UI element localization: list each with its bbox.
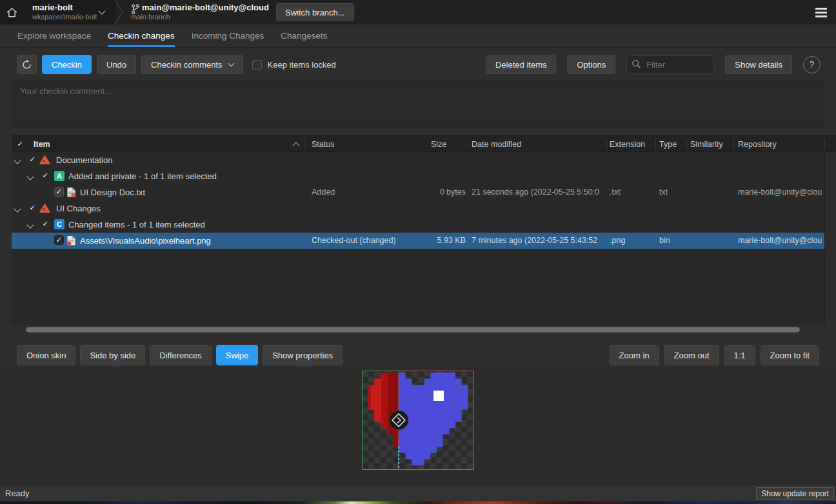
column-divider[interactable]	[655, 139, 656, 150]
tab-checkin-changes[interactable]: Checkin changes	[108, 24, 175, 47]
show-details-button[interactable]: Show details	[725, 55, 792, 74]
switch-branch-button[interactable]: Switch branch...	[276, 3, 354, 21]
horizontal-scrollbar-thumb[interactable]	[26, 327, 800, 333]
chevron-down-icon[interactable]	[14, 157, 21, 164]
keep-items-locked-checkbox[interactable]	[252, 60, 262, 70]
document-icon	[66, 187, 76, 198]
tab-changesets[interactable]: Changesets	[281, 24, 327, 47]
table-row[interactable]: A Added and private - 1 of 1 item select…	[12, 168, 824, 184]
column-divider[interactable]	[606, 139, 607, 150]
column-header-similarity[interactable]: Similarity	[690, 136, 723, 153]
zoom-out-button[interactable]: Zoom out	[664, 345, 719, 365]
table-row[interactable]: Documentation	[12, 152, 824, 168]
view-tabs: Explore workspace Checkin changes Incomi…	[0, 24, 836, 48]
hamburger-menu-icon[interactable]	[815, 8, 827, 10]
repository-cell: marie-bolt@unity@clou	[738, 184, 824, 200]
column-divider[interactable]	[733, 139, 734, 150]
row-checkbox[interactable]	[28, 155, 37, 164]
table-left-gutter	[0, 135, 12, 325]
document-icon	[66, 235, 76, 246]
chevron-down-icon[interactable]	[14, 205, 21, 212]
undo-button[interactable]: Undo	[97, 55, 136, 74]
size-cell: 5.93 KB	[399, 233, 466, 249]
help-button[interactable]: ?	[803, 56, 821, 73]
sort-ascending-icon[interactable]	[292, 142, 299, 149]
changed-category-icon: C	[54, 219, 65, 229]
item-name: UI Changes	[56, 200, 101, 217]
row-checkbox[interactable]	[28, 203, 37, 213]
row-checkbox[interactable]	[54, 187, 64, 197]
image-diff-preview-pane	[0, 367, 836, 484]
vertical-scroll-gutter[interactable]	[824, 152, 836, 325]
select-all-checkbox[interactable]	[15, 139, 25, 149]
options-button[interactable]: Options	[567, 55, 615, 74]
table-row[interactable]: UI Changes	[12, 200, 824, 217]
home-button[interactable]	[0, 0, 23, 24]
column-header-type[interactable]: Type	[659, 136, 677, 153]
keep-items-locked-option[interactable]: Keep items locked	[252, 60, 336, 70]
zoom-toolbar: Zoom in Zoom out 1:1 Zoom to fit	[610, 345, 819, 365]
row-checkbox[interactable]	[41, 171, 50, 180]
checkin-comment-input[interactable]	[12, 80, 824, 128]
column-divider[interactable]	[468, 139, 468, 150]
checkin-comments-dropdown[interactable]: Checkin comments	[141, 55, 243, 74]
column-divider[interactable]	[686, 139, 687, 150]
repository-cell: marie-bolt@unity@clou	[738, 233, 824, 249]
table-row-selected[interactable]: Assets\VisualsAudio\pixelheart.png Check…	[12, 233, 824, 249]
zoom-to-fit-button[interactable]: Zoom to fit	[761, 345, 819, 365]
side-by-side-button[interactable]: Side by side	[80, 345, 145, 365]
deleted-items-button[interactable]: Deleted items	[486, 55, 556, 74]
item-name: Documentation	[56, 152, 112, 168]
table-row[interactable]: C Changed items - 1 of 1 item selected	[12, 217, 824, 233]
heart-highlight-pixel	[433, 391, 444, 401]
keep-items-locked-label: Keep items locked	[268, 60, 336, 70]
search-icon	[632, 59, 641, 69]
extension-cell: .png	[610, 233, 625, 249]
column-header-repository[interactable]: Repository	[738, 136, 777, 153]
zoom-one-to-one-button[interactable]: 1:1	[724, 345, 755, 365]
top-bar: marie-bolt wkspaces\marie-bolt main@mari…	[0, 0, 836, 24]
show-properties-button[interactable]: Show properties	[263, 345, 343, 365]
tab-incoming-changes[interactable]: Incoming Changes	[192, 24, 264, 47]
table-row[interactable]: UI Design Doc.txt Added 0 bytes 21 secon…	[12, 184, 824, 200]
column-divider[interactable]	[824, 139, 825, 150]
column-header-extension[interactable]: Extension	[610, 136, 645, 153]
status-message: Ready	[5, 485, 30, 502]
chevron-down-icon	[98, 7, 105, 14]
workspace-name: marie-bolt	[32, 3, 73, 12]
refresh-icon	[21, 59, 32, 70]
row-checkbox[interactable]	[54, 235, 64, 245]
column-header-item[interactable]: Item	[34, 136, 50, 153]
workspace-selector[interactable]: marie-bolt wkspaces\marie-bolt	[23, 0, 115, 24]
added-category-icon: A	[54, 171, 65, 181]
item-name: UI Design Doc.txt	[80, 184, 145, 200]
chevron-down-icon[interactable]	[26, 221, 34, 228]
status-cell: Added	[312, 184, 335, 200]
item-name: Added and private - 1 of 1 item selected	[68, 168, 217, 184]
extension-cell: .txt	[610, 184, 621, 200]
type-cell: bin	[659, 233, 670, 249]
branch-label: main branch	[131, 13, 170, 21]
checkin-button[interactable]: Checkin	[42, 55, 92, 74]
tab-explore-workspace[interactable]: Explore workspace	[17, 24, 91, 47]
chevron-down-icon[interactable]	[26, 173, 34, 180]
differences-button[interactable]: Differences	[150, 345, 212, 365]
onion-skin-button[interactable]: Onion skin	[17, 345, 75, 365]
refresh-button[interactable]	[17, 55, 37, 74]
column-header-size[interactable]: Size	[431, 136, 446, 153]
column-header-status[interactable]: Status	[312, 136, 334, 153]
checkin-comments-label: Checkin comments	[151, 60, 223, 70]
date-modified-cell: 7 minutes ago (2022-05-25 5:43:52	[472, 233, 608, 249]
show-update-report-button[interactable]: Show update report	[756, 487, 834, 500]
panel-divider[interactable]	[0, 338, 836, 338]
zoom-in-button[interactable]: Zoom in	[610, 345, 659, 365]
swipe-handle[interactable]	[389, 411, 408, 430]
column-header-date-modified[interactable]: Date modified	[472, 136, 521, 153]
status-bar: Ready Show update report	[0, 485, 836, 501]
row-checkbox[interactable]	[41, 219, 50, 229]
warning-triangle-icon	[39, 203, 50, 213]
column-divider[interactable]	[304, 139, 305, 150]
item-name: Assets\VisualsAudio\pixelheart.png	[80, 233, 211, 249]
diff-mode-toolbar: Onion skin Side by side Differences Swip…	[17, 345, 343, 365]
swipe-button[interactable]: Swipe	[216, 345, 258, 365]
